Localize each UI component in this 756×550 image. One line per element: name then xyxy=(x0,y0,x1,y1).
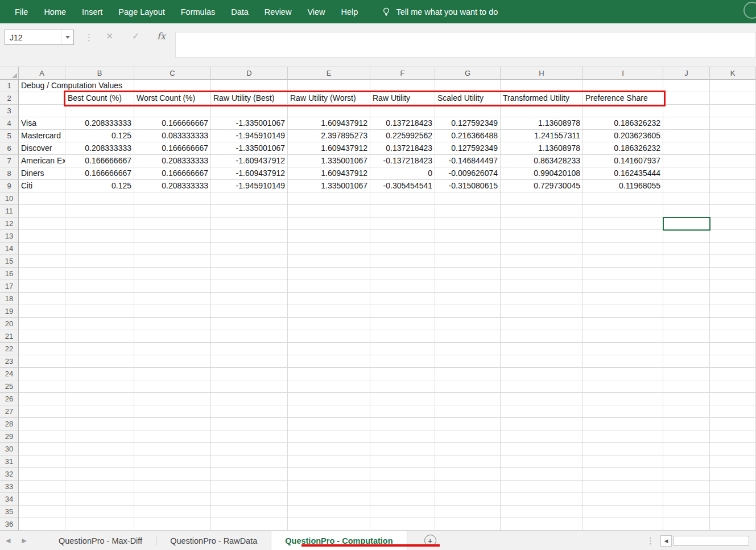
cell-K5[interactable] xyxy=(710,130,756,142)
cell-I21[interactable] xyxy=(583,330,663,343)
cell-J5[interactable] xyxy=(663,130,710,142)
cell-H32[interactable] xyxy=(501,468,583,481)
cell-I25[interactable] xyxy=(583,380,663,393)
cell-B10[interactable] xyxy=(65,192,134,205)
cell-I1[interactable] xyxy=(583,80,663,92)
cell-J28[interactable] xyxy=(663,418,710,430)
cell-C7[interactable]: 0.208333333 xyxy=(134,155,211,167)
name-box[interactable]: J12 xyxy=(5,30,74,45)
cell-A7[interactable]: American Express xyxy=(19,155,65,167)
cell-K9[interactable] xyxy=(710,180,756,192)
cell-F2[interactable]: Raw Utility xyxy=(370,92,435,105)
cell-C16[interactable] xyxy=(134,268,211,280)
cell-I23[interactable] xyxy=(583,355,663,368)
cell-H20[interactable] xyxy=(501,318,583,330)
cell-F3[interactable] xyxy=(370,105,435,117)
cell-B5[interactable]: 0.125 xyxy=(65,130,134,142)
cell-G35[interactable] xyxy=(435,506,501,518)
confirm-entry-icon[interactable]: ✓ xyxy=(132,31,139,42)
cell-H1[interactable] xyxy=(501,80,583,92)
cell-K16[interactable] xyxy=(710,268,756,280)
cell-I20[interactable] xyxy=(583,318,663,330)
cell-B2[interactable]: Best Count (%) xyxy=(65,92,134,105)
row-header-14[interactable]: 14 xyxy=(0,243,19,255)
cell-E23[interactable] xyxy=(288,355,370,368)
cell-H23[interactable] xyxy=(501,355,583,368)
cell-K20[interactable] xyxy=(710,318,756,330)
row-header-21[interactable]: 21 xyxy=(0,330,19,343)
row-header-15[interactable]: 15 xyxy=(0,255,19,268)
cell-E18[interactable] xyxy=(288,293,370,305)
cancel-entry-icon[interactable]: ✕ xyxy=(106,31,113,42)
cell-I33[interactable] xyxy=(583,481,663,493)
cell-A6[interactable]: Discover xyxy=(19,142,65,155)
cell-C30[interactable] xyxy=(134,443,211,455)
cell-A17[interactable] xyxy=(19,280,65,293)
cell-A28[interactable] xyxy=(19,418,65,430)
row-header-10[interactable]: 10 xyxy=(0,192,19,205)
cell-C34[interactable] xyxy=(134,493,211,506)
cell-D25[interactable] xyxy=(211,380,288,393)
cell-G14[interactable] xyxy=(435,243,501,255)
cell-J32[interactable] xyxy=(663,468,710,481)
cell-H30[interactable] xyxy=(501,443,583,455)
cell-C25[interactable] xyxy=(134,380,211,393)
cell-F28[interactable] xyxy=(370,418,435,430)
cell-H26[interactable] xyxy=(501,393,583,405)
cell-F5[interactable]: 0.225992562 xyxy=(370,130,435,142)
cell-D31[interactable] xyxy=(211,455,288,468)
cell-G20[interactable] xyxy=(435,318,501,330)
cell-K3[interactable] xyxy=(710,105,756,117)
cell-G5[interactable]: 0.216366488 xyxy=(435,130,501,142)
cell-K34[interactable] xyxy=(710,493,756,506)
cell-B35[interactable] xyxy=(65,506,134,518)
cell-D30[interactable] xyxy=(211,443,288,455)
cell-H11[interactable] xyxy=(501,205,583,217)
cell-J7[interactable] xyxy=(663,155,710,167)
cell-K24[interactable] xyxy=(710,368,756,380)
cell-J23[interactable] xyxy=(663,355,710,368)
cell-B29[interactable] xyxy=(65,430,134,443)
cell-J24[interactable] xyxy=(663,368,710,380)
cell-D11[interactable] xyxy=(211,205,288,217)
cell-J2[interactable] xyxy=(663,92,710,105)
cell-H24[interactable] xyxy=(501,368,583,380)
cell-A35[interactable] xyxy=(19,506,65,518)
cell-C22[interactable] xyxy=(134,343,211,355)
cell-D16[interactable] xyxy=(211,268,288,280)
cell-C20[interactable] xyxy=(134,318,211,330)
cell-H17[interactable] xyxy=(501,280,583,293)
cell-F7[interactable]: -0.137218423 xyxy=(370,155,435,167)
cell-D23[interactable] xyxy=(211,355,288,368)
cell-B11[interactable] xyxy=(65,205,134,217)
cell-F13[interactable] xyxy=(370,230,435,243)
cell-E11[interactable] xyxy=(288,205,370,217)
cell-F36[interactable] xyxy=(370,518,435,531)
cell-D26[interactable] xyxy=(211,393,288,405)
cell-J3[interactable] xyxy=(663,105,710,117)
row-header-18[interactable]: 18 xyxy=(0,293,19,305)
cell-H25[interactable] xyxy=(501,380,583,393)
cell-F23[interactable] xyxy=(370,355,435,368)
cell-A22[interactable] xyxy=(19,343,65,355)
cell-B4[interactable]: 0.208333333 xyxy=(65,117,134,130)
cell-G1[interactable] xyxy=(435,80,501,92)
cell-J29[interactable] xyxy=(663,430,710,443)
cell-C3[interactable] xyxy=(134,105,211,117)
cell-F16[interactable] xyxy=(370,268,435,280)
cell-G24[interactable] xyxy=(435,368,501,380)
row-header-4[interactable]: 4 xyxy=(0,117,19,130)
row-header-17[interactable]: 17 xyxy=(0,280,19,293)
cell-A12[interactable] xyxy=(19,217,65,230)
cell-H12[interactable] xyxy=(501,217,583,230)
row-header-7[interactable]: 7 xyxy=(0,155,19,167)
cell-G12[interactable] xyxy=(435,217,501,230)
cell-I12[interactable] xyxy=(583,217,663,230)
cell-D19[interactable] xyxy=(211,305,288,318)
cell-E12[interactable] xyxy=(288,217,370,230)
cell-K2[interactable] xyxy=(710,92,756,105)
cell-B17[interactable] xyxy=(65,280,134,293)
cell-A34[interactable] xyxy=(19,493,65,506)
cell-K21[interactable] xyxy=(710,330,756,343)
cell-D21[interactable] xyxy=(211,330,288,343)
